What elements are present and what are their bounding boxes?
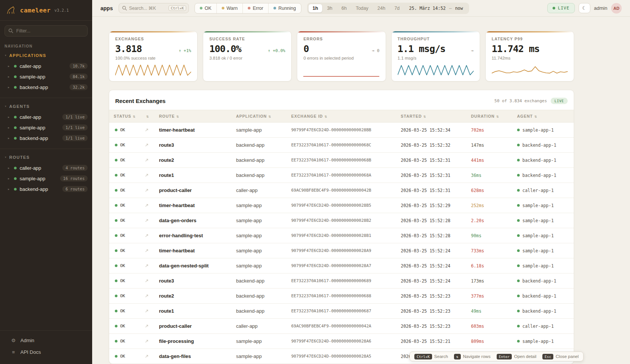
sidebar-section-header[interactable]: ▾ AGENTS (0, 102, 92, 112)
app-name: cameleer (20, 7, 51, 14)
hint-label: Navigate rows (463, 354, 491, 359)
table-row[interactable]: OK data-gen-nested-split sample-app 9079… (109, 258, 574, 273)
agent-status-dot (517, 219, 520, 222)
theme-toggle-button[interactable]: ☾ (579, 3, 590, 13)
status-filter-dot (222, 7, 224, 9)
sidebar-section-title: AGENTS (9, 104, 30, 109)
column-header[interactable]: ROUTE⇅ (154, 114, 232, 118)
open-cell[interactable] (140, 323, 154, 330)
status-label: OK (120, 293, 125, 298)
column-header[interactable]: STATUS⇅ (109, 114, 140, 118)
sidebar-item[interactable]: ▸ caller-app 4 routes (0, 163, 92, 173)
open-cell[interactable] (140, 308, 154, 315)
table-row[interactable]: OK data-gen-orders sample-app 90799F47E6… (109, 213, 574, 228)
date-to: now (455, 6, 463, 11)
filter-input[interactable] (5, 25, 88, 37)
open-cell[interactable] (140, 247, 154, 254)
sidebar-item-label: sample-app (20, 74, 66, 80)
open-cell[interactable] (140, 127, 154, 134)
open-cell[interactable] (140, 278, 154, 284)
open-cell[interactable] (140, 232, 154, 239)
chevron-down-icon: ▾ (5, 105, 6, 108)
column-header[interactable]: DURATION⇅ (466, 114, 513, 118)
status-dot (115, 325, 117, 327)
status-dot (115, 340, 117, 342)
status-filter[interactable]: Running (268, 3, 301, 13)
open-cell[interactable] (140, 187, 154, 194)
date-range[interactable]: 25. März 14:52 — now (405, 6, 468, 11)
time-range-button[interactable]: 7d (390, 4, 404, 12)
column-header[interactable]: ⇅ (140, 114, 154, 118)
sidebar-item[interactable]: ▸ sample-app 16 routes (0, 173, 92, 184)
open-cell[interactable] (140, 142, 154, 149)
sidebar-item[interactable]: ▸ caller-app 10.7k (0, 61, 92, 71)
column-header[interactable]: STARTED⇅ (396, 114, 466, 118)
status-dot (115, 280, 117, 282)
sidebar-section-header[interactable]: ▾ APPLICATIONS (0, 51, 92, 61)
agent-status-dot (517, 325, 520, 327)
duration-cell: 702ms (466, 127, 513, 133)
sidebar-item[interactable]: ▸ backend-app 6 routes (0, 184, 92, 194)
table-row[interactable]: OK route1 backend-app EE7322370A10617-00… (109, 304, 574, 319)
open-cell[interactable] (140, 338, 154, 345)
agent-label: caller-app-1 (522, 188, 554, 193)
sidebar-footer-item[interactable]: ≡ API Docs (0, 346, 92, 358)
time-range-button[interactable]: 1h (309, 4, 323, 12)
exchange-id-cell: EE7322370A10617-000000000000068A (287, 173, 396, 178)
agent-cell: backend-app-1 (513, 278, 574, 284)
table-title: Recent Exchanges (115, 98, 165, 104)
open-cell[interactable] (140, 217, 154, 224)
duration-cell: 603ms (466, 324, 513, 329)
column-header[interactable]: AGENT⇅ (513, 114, 574, 118)
time-range-button[interactable]: 6h (337, 4, 351, 12)
app-logo: cameleer v3.2.1 (0, 0, 92, 21)
open-cell[interactable] (140, 202, 154, 209)
column-header[interactable]: EXCHANGE ID⇅ (287, 114, 396, 118)
table-row[interactable]: OK route2 backend-app EE7322370A10617-00… (109, 153, 574, 168)
username-label: admin (594, 5, 607, 11)
table-row[interactable]: OK route3 backend-app EE7322370A10617-00… (109, 138, 574, 153)
table-row[interactable]: OK error-handling-test sample-app 90799F… (109, 228, 574, 243)
live-toggle-button[interactable]: LIVE (547, 3, 575, 13)
sidebar-item[interactable]: ▸ backend-app 32.2k (0, 82, 92, 92)
sidebar-item[interactable]: ▸ caller-app 1/1 live (0, 112, 92, 122)
sidebar-item[interactable]: ▸ sample-app 1/1 live (0, 122, 92, 133)
agent-cell: sample-app-1 (513, 127, 574, 133)
avatar[interactable]: AD (611, 3, 622, 14)
sidebar-item[interactable]: ▸ backend-app 1/1 live (0, 133, 92, 143)
sidebar-footer-item[interactable]: ⚙ Admin (0, 335, 92, 346)
open-cell[interactable] (140, 353, 154, 360)
status-filter[interactable]: OK (195, 3, 216, 13)
table-row[interactable]: OK route1 backend-app EE7322370A10617-00… (109, 168, 574, 183)
sidebar-section-header[interactable]: ▾ ROUTES (0, 153, 92, 163)
table-row[interactable]: OK file-processing sample-app 90799F47E6… (109, 334, 574, 349)
open-cell[interactable] (140, 157, 154, 164)
sidebar-item-badge: 6 routes (62, 186, 88, 192)
sidebar-footer-items: ⚙ Admin ≡ API Docs (0, 335, 92, 358)
table-row[interactable]: OK route3 backend-app EE7322370A10617-00… (109, 273, 574, 289)
status-filter[interactable]: Error (242, 3, 268, 13)
open-cell[interactable] (140, 293, 154, 299)
open-cell[interactable] (140, 263, 154, 269)
table-row[interactable]: OK route2 backend-app EE7322370A10617-00… (109, 289, 574, 304)
route-cell: timer-heartbeat (154, 127, 232, 133)
application-cell: sample-app (232, 127, 287, 133)
open-cell[interactable] (140, 172, 154, 179)
table-row[interactable]: OK timer-heartbeat sample-app 90799F47E6… (109, 198, 574, 213)
search-input[interactable] (129, 6, 167, 11)
table-row[interactable]: OK timer-heartbeat sample-app 90799F47E6… (109, 123, 574, 138)
time-range-button[interactable]: Today (352, 4, 372, 12)
table-row[interactable]: OK product-caller caller-app 69AC90BF8EB… (109, 319, 574, 334)
time-range-button[interactable]: 24h (373, 4, 389, 12)
table-row[interactable]: OK timer-heartbeat sample-app 90799F47E6… (109, 243, 574, 258)
status-dot (14, 167, 17, 169)
status-filter[interactable]: Warn (216, 3, 242, 13)
agent-status-dot (517, 295, 520, 297)
agent-cell: caller-app-1 (513, 324, 574, 329)
agent-cell: sample-app-1 (513, 218, 574, 223)
table-row[interactable]: OK product-caller caller-app 69AC90BF8EB… (109, 183, 574, 198)
sidebar-item[interactable]: ▸ sample-app 84.1k (0, 71, 92, 82)
column-header[interactable]: APPLICATION⇅ (232, 114, 287, 118)
time-range-button[interactable]: 3h (323, 4, 337, 12)
sidebar-item-badge: 10.7k (69, 63, 88, 69)
